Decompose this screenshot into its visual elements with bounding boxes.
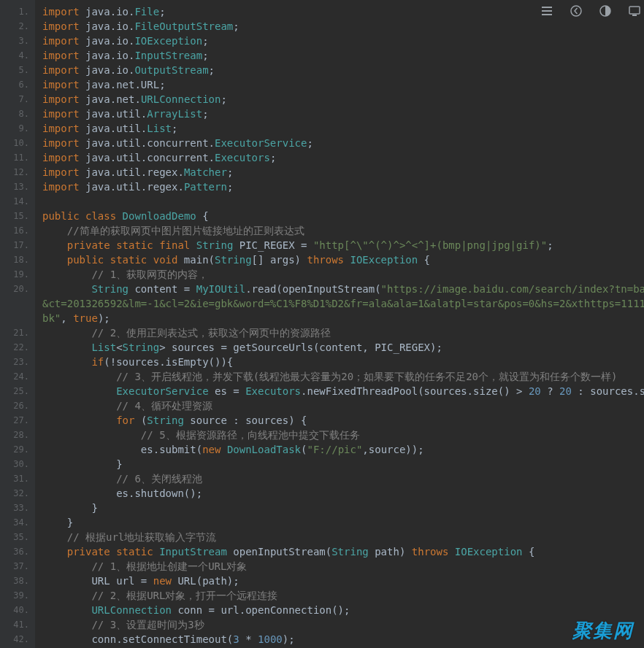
code-line: // 根据url地址获取输入字节流 — [42, 530, 644, 544]
code-line: import java.io.OutputStream; — [42, 63, 644, 77]
code-line: if(!sources.isEmpty()){ — [42, 355, 644, 369]
line-number: 42. — [0, 632, 29, 647]
code-line: import java.util.concurrent.Executors; — [42, 150, 644, 165]
code-line — [42, 194, 644, 209]
screen-icon[interactable] — [628, 4, 641, 18]
line-number: 33. — [0, 501, 29, 515]
line-number: 25. — [0, 384, 29, 398]
svg-rect-6 — [632, 15, 637, 16]
line-number: 12. — [0, 165, 29, 180]
line-number: 30. — [0, 457, 29, 471]
code-line: import java.io.IOException; — [42, 34, 644, 48]
code-line: import java.net.URL; — [42, 77, 644, 92]
line-number: 26. — [0, 398, 29, 413]
line-number: 10. — [0, 136, 29, 150]
code-line: URLConnection conn = url.openConnection(… — [42, 603, 644, 617]
contrast-icon[interactable] — [599, 4, 612, 18]
code-line: List<String> sources = getSourceUrls(con… — [42, 340, 644, 355]
svg-rect-5 — [629, 7, 640, 14]
line-number: 9. — [0, 121, 29, 136]
code-line: } — [42, 501, 644, 515]
line-number: 16. — [0, 223, 29, 238]
code-area: import java.io.File;import java.io.FileO… — [35, 0, 644, 648]
code-line: // 6、关闭线程池 — [42, 471, 644, 486]
code-line: // 2、使用正则表达式，获取这个网页中的资源路径 — [42, 325, 644, 340]
line-number: 38. — [0, 574, 29, 588]
code-line: // 4、循环处理资源 — [42, 398, 644, 413]
code-line: es.shutdown(); — [42, 486, 644, 501]
line-number: 20. — [0, 282, 29, 296]
code-line: for (String source : sources) { — [42, 413, 644, 428]
svg-rect-2 — [542, 14, 552, 15]
code-editor: 1.2.3.4.5.6.7.8.9.10.11.12.13.14.15.16.1… — [0, 0, 644, 648]
line-number: 7. — [0, 92, 29, 107]
svg-point-3 — [571, 6, 581, 16]
code-line: conn.setConnectTimeout(3 * 1000); — [42, 632, 644, 647]
line-number: 22. — [0, 340, 29, 355]
code-line: import java.net.URLConnection; — [42, 92, 644, 107]
code-line: import java.util.concurrent.ExecutorServ… — [42, 136, 644, 150]
line-number: 24. — [0, 369, 29, 384]
line-number: 23. — [0, 355, 29, 369]
list-icon[interactable] — [540, 4, 553, 18]
code-line: // 1、根据地址创建一个URL对象 — [42, 559, 644, 574]
code-line: private static InputStream openInputStre… — [42, 544, 644, 559]
line-number: 8. — [0, 107, 29, 121]
line-number: 27. — [0, 413, 29, 428]
watermark: 聚集网 — [572, 618, 634, 644]
line-number: 28. — [0, 428, 29, 442]
code-line: // 3、设置超时间为3秒 — [42, 617, 644, 632]
svg-rect-0 — [542, 7, 552, 8]
code-line: ExecutorService es = Executors.newFixedT… — [42, 384, 644, 398]
line-number: 5. — [0, 63, 29, 77]
line-number: 40. — [0, 603, 29, 617]
line-number: 36. — [0, 544, 29, 559]
line-number: 41. — [0, 617, 29, 632]
line-number: 39. — [0, 588, 29, 603]
code-line: import java.io.InputStream; — [42, 48, 644, 63]
code-line: } — [42, 515, 644, 530]
code-line: } — [42, 457, 644, 471]
code-line: String content = MyIOUtil.read(openInput… — [42, 282, 644, 296]
line-number: 3. — [0, 34, 29, 48]
line-number: 6. — [0, 77, 29, 92]
line-number — [0, 311, 29, 325]
code-line: // 2、根据URL对象，打开一个远程连接 — [42, 588, 644, 603]
code-line: import java.util.regex.Pattern; — [42, 180, 644, 194]
line-number — [0, 296, 29, 311]
code-line: import java.io.FileOutputStream; — [42, 19, 644, 34]
line-number: 11. — [0, 150, 29, 165]
svg-rect-1 — [542, 10, 552, 12]
code-line: import java.util.regex.Matcher; — [42, 165, 644, 180]
code-line: public class DownloadDemo { — [42, 209, 644, 223]
code-line: &ct=201326592&lm=-1&cl=2&ie=gbk&word=%C1… — [42, 296, 644, 311]
code-line: bk", true); — [42, 311, 644, 325]
code-line: // 3、开启线程池，并发下载(线程池最大容量为20；如果要下载的任务不足20个… — [42, 369, 644, 384]
code-line: URL url = new URL(path); — [42, 574, 644, 588]
code-line: // 5、根据资源路径，向线程池中提交下载任务 — [42, 428, 644, 442]
line-gutter: 1.2.3.4.5.6.7.8.9.10.11.12.13.14.15.16.1… — [0, 0, 35, 648]
line-number: 14. — [0, 194, 29, 209]
line-number: 31. — [0, 471, 29, 486]
line-number: 18. — [0, 252, 29, 267]
line-number: 15. — [0, 209, 29, 223]
code-line: public static void main(String[] args) t… — [42, 252, 644, 267]
toolbar — [540, 4, 644, 18]
line-number: 29. — [0, 442, 29, 457]
line-number: 4. — [0, 48, 29, 63]
chevron-left-icon[interactable] — [570, 4, 583, 18]
code-line: es.submit(new DownLoadTask("F://pic",sou… — [42, 442, 644, 457]
line-number: 2. — [0, 19, 29, 34]
code-line: import java.util.ArrayList; — [42, 107, 644, 121]
line-number: 32. — [0, 486, 29, 501]
line-number: 19. — [0, 267, 29, 282]
code-line: import java.util.List; — [42, 121, 644, 136]
line-number: 37. — [0, 559, 29, 574]
line-number: 1. — [0, 4, 29, 19]
code-line: private static final String PIC_REGEX = … — [42, 238, 644, 252]
line-number: 17. — [0, 238, 29, 252]
line-number: 21. — [0, 325, 29, 340]
line-number: 35. — [0, 530, 29, 544]
code-line: // 1、获取网页的内容， — [42, 267, 644, 282]
line-number: 13. — [0, 180, 29, 194]
